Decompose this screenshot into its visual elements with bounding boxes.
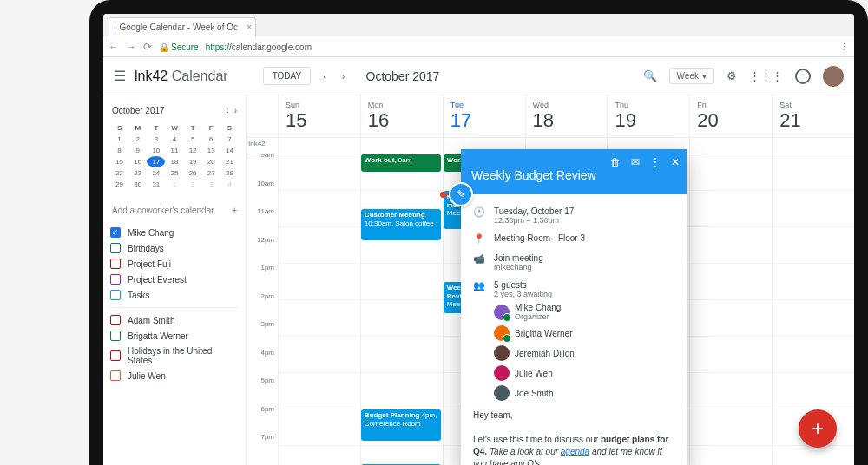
today-button[interactable]: TODAY [263,67,312,85]
day-header[interactable]: Sat21 [772,95,854,137]
search-icon[interactable]: 🔍 [643,69,657,82]
guest-row[interactable]: Mike ChangOrganizer [494,303,674,321]
mini-cal-day[interactable]: 9 [128,145,147,156]
mini-cal-day[interactable]: 7 [220,134,239,145]
apps-grid-icon[interactable]: ⋮⋮⋮ [749,69,783,82]
calendar-item[interactable]: Project Fuji [110,259,239,269]
calendar-item[interactable]: Holidays in the United States [110,346,239,365]
join-meeting-link[interactable]: Join meeting [494,253,674,263]
calendar-checkbox[interactable]: ✓ [110,227,121,238]
edit-event-button[interactable]: ✎ [449,182,473,206]
mini-next-icon[interactable]: › [234,106,237,115]
allday-cell[interactable] [278,138,360,154]
email-icon[interactable]: ✉ [631,156,640,168]
mini-cal-day[interactable]: 1 [110,134,128,145]
mini-cal-day[interactable]: 1 [165,179,183,190]
mini-cal-day[interactable]: 26 [184,167,202,179]
mini-cal-day[interactable]: 5 [184,134,202,145]
mini-cal-day[interactable]: 18 [165,156,183,167]
mini-cal-day[interactable]: 19 [184,156,202,167]
guest-row[interactable]: Brigitta Werner [494,325,674,341]
day-header[interactable]: Fri20 [689,95,772,137]
mini-cal-day[interactable]: 20 [202,156,220,167]
mini-cal-day[interactable]: 28 [220,167,239,179]
mini-cal-day[interactable]: 8 [110,145,128,156]
day-header[interactable]: Sun15 [278,95,360,137]
mini-cal-day[interactable]: 30 [128,179,147,190]
mini-cal-day[interactable]: 10 [147,145,165,156]
close-icon[interactable]: ✕ [671,156,680,168]
mini-cal-day[interactable]: 3 [147,134,165,145]
mini-cal-day[interactable]: 11 [165,145,183,156]
day-column[interactable] [689,154,772,465]
mini-cal-day[interactable]: 16 [128,156,147,167]
menu-icon[interactable]: ☰ [114,68,126,84]
agenda-link[interactable]: agenda [561,447,589,456]
calendar-item[interactable]: Tasks [110,290,239,300]
calendar-item[interactable]: Julie Wen [110,370,239,381]
day-header[interactable]: Mon16 [360,95,443,137]
browser-tab[interactable]: Google Calendar - Week of Oc × [108,17,256,36]
calendar-item[interactable]: Brigatta Werner [110,331,239,341]
mini-cal-day[interactable]: 23 [128,167,147,179]
notifications-icon[interactable] [795,69,811,84]
next-period-icon[interactable]: › [339,71,349,82]
calendar-checkbox[interactable] [110,274,121,285]
mini-cal-day[interactable]: 4 [165,134,183,145]
day-column[interactable] [278,154,360,465]
calendar-item[interactable]: Birthdays [110,243,239,253]
day-header[interactable]: Wed18 [525,95,608,137]
back-icon[interactable]: ← [108,41,119,53]
browser-menu-icon[interactable]: ⋮ [839,42,849,53]
allday-cell[interactable] [772,138,854,154]
calendar-checkbox[interactable] [110,290,121,300]
mini-cal-day[interactable]: 12 [184,145,202,156]
day-header[interactable]: Thu19 [607,95,689,137]
calendar-item[interactable]: Project Everest [110,274,239,285]
close-tab-icon[interactable]: × [247,23,252,32]
guest-row[interactable]: Julie Wen [494,365,674,381]
calendar-checkbox[interactable] [110,350,121,361]
prev-period-icon[interactable]: ‹ [319,71,330,82]
address-bar[interactable]: https://calendar.google.com [206,43,312,52]
mini-cal-day[interactable]: 21 [220,156,239,167]
guest-row[interactable]: Joe Smith [494,385,674,401]
calendar-checkbox[interactable] [110,370,121,381]
mini-cal-day[interactable]: 3 [202,179,220,190]
plus-icon[interactable]: + [232,206,237,215]
mini-cal-day[interactable]: 14 [220,145,239,156]
mini-cal-day[interactable]: 24 [147,167,165,179]
forward-icon[interactable]: → [126,41,136,53]
calendar-checkbox[interactable] [110,315,121,325]
calendar-event[interactable]: Customer Meeting 10:30am, Salon coffee [361,209,441,240]
more-icon[interactable]: ⋮ [650,156,661,168]
day-column[interactable]: Work out, 8amCustomer Meeting 10:30am, S… [360,154,443,465]
mini-cal-day[interactable]: 2 [128,134,147,145]
mini-cal-day[interactable]: 25 [165,167,183,179]
settings-icon[interactable]: ⚙ [727,69,737,82]
mini-cal-day[interactable]: 22 [110,167,128,179]
view-selector[interactable]: Week ▾ [669,68,714,84]
mini-cal-day[interactable]: 2 [184,179,202,190]
mini-cal-day[interactable]: 15 [110,156,128,167]
delete-icon[interactable]: 🗑 [610,156,621,168]
calendar-item[interactable]: Adam Smith [110,315,239,325]
calendar-event[interactable]: Budget Planning 4pm, Conference Room [361,409,441,441]
reload-icon[interactable]: ⟳ [143,41,152,53]
calendar-checkbox[interactable] [110,243,121,253]
mini-cal-day[interactable]: 4 [220,179,239,190]
mini-cal-day[interactable]: 27 [202,167,220,179]
guest-row[interactable]: Jeremiah Dillon [494,345,674,361]
user-avatar[interactable] [823,66,844,87]
mini-prev-icon[interactable]: ‹ [226,106,228,115]
calendar-item[interactable]: ✓Mike Chang [110,227,239,238]
allday-cell[interactable] [689,138,772,154]
mini-cal-day[interactable]: 17 [147,156,165,167]
mini-calendar[interactable]: SMTWTFS123456789101112131415161718192021… [110,122,239,190]
add-calendar-row[interactable]: Add a coworker's calendar+ [110,202,239,219]
day-header[interactable]: Tue17 [443,95,525,137]
calendar-checkbox[interactable] [110,259,121,269]
mini-cal-day[interactable]: 13 [202,145,220,156]
mini-cal-day[interactable]: 29 [110,179,128,190]
mini-cal-day[interactable]: 6 [202,134,220,145]
